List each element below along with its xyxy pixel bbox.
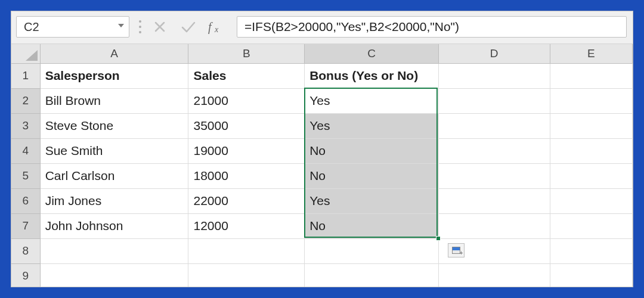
enter-button[interactable]	[179, 18, 197, 36]
cell-B1[interactable]: Sales	[188, 63, 305, 88]
cell-C6[interactable]: Yes	[305, 188, 439, 213]
cell-A4[interactable]: Sue Smith	[40, 138, 188, 163]
svg-text:f: f	[208, 20, 213, 34]
excel-window: C2 fx =IFS(B2>20000,"Yes",B2<20000,"No")	[11, 11, 633, 287]
row-header[interactable]: 6	[11, 188, 40, 213]
cell-A8[interactable]	[40, 238, 188, 263]
insert-function-button[interactable]: fx	[208, 18, 226, 36]
cell-B7[interactable]: 12000	[188, 213, 305, 238]
cell-A7[interactable]: John Johnson	[40, 213, 188, 238]
cell-E4[interactable]	[550, 138, 633, 163]
cell-C4[interactable]: No	[305, 138, 439, 163]
cell-A5[interactable]: Carl Carlson	[40, 163, 188, 188]
row-header[interactable]: 9	[11, 263, 40, 287]
formula-input[interactable]: =IFS(B2>20000,"Yes",B2<20000,"No")	[237, 16, 627, 38]
cell-D9[interactable]	[438, 263, 550, 287]
cell-A1[interactable]: Salesperson	[40, 63, 188, 88]
cell-D5[interactable]	[438, 163, 550, 188]
cell-A2[interactable]: Bill Brown	[40, 88, 188, 113]
cell-A9[interactable]	[40, 263, 188, 287]
cancel-button[interactable]	[151, 18, 169, 36]
autofill-options-button[interactable]: +	[448, 243, 465, 257]
cell-C5[interactable]: No	[305, 163, 439, 188]
formula-bar: C2 fx =IFS(B2>20000,"Yes",B2<20000,"No")	[11, 11, 633, 44]
cell-E7[interactable]	[550, 213, 633, 238]
resize-grip[interactable]	[137, 20, 144, 33]
cell-E9[interactable]	[550, 263, 633, 287]
row-header[interactable]: 4	[11, 138, 40, 163]
cell-D4[interactable]	[438, 138, 550, 163]
row-header[interactable]: 3	[11, 113, 40, 138]
cell-D1[interactable]	[438, 63, 550, 88]
worksheet[interactable]: A B C D E 1 Salesperson Sales Bonus (Yes…	[11, 44, 633, 287]
cell-B4[interactable]: 19000	[188, 138, 305, 163]
cell-B9[interactable]	[188, 263, 305, 287]
cell-B8[interactable]	[188, 238, 305, 263]
row-header[interactable]: 1	[11, 63, 40, 88]
cell-D3[interactable]	[438, 113, 550, 138]
cell-E6[interactable]	[550, 188, 633, 213]
chevron-down-icon	[118, 24, 124, 30]
name-box[interactable]: C2	[16, 16, 129, 38]
cell-E3[interactable]	[550, 113, 633, 138]
cell-C3[interactable]: Yes	[305, 113, 439, 138]
row-header[interactable]: 7	[11, 213, 40, 238]
cell-D7[interactable]	[438, 213, 550, 238]
row-header[interactable]: 5	[11, 163, 40, 188]
column-header-E[interactable]: E	[550, 44, 633, 63]
name-box-value: C2	[24, 20, 39, 34]
formula-buttons: fx	[151, 18, 230, 36]
cell-C7[interactable]: No	[305, 213, 439, 238]
cell-E5[interactable]	[550, 163, 633, 188]
cell-A6[interactable]: Jim Jones	[40, 188, 188, 213]
cell-C2[interactable]: Yes	[305, 88, 439, 113]
cell-B2[interactable]: 21000	[188, 88, 305, 113]
cell-C8[interactable]	[305, 238, 439, 263]
cell-D2[interactable]	[438, 88, 550, 113]
cell-B5[interactable]: 18000	[188, 163, 305, 188]
cell-D6[interactable]	[438, 188, 550, 213]
row-header[interactable]: 2	[11, 88, 40, 113]
column-header-C[interactable]: C	[305, 44, 439, 63]
cell-B6[interactable]: 22000	[188, 188, 305, 213]
cell-E2[interactable]	[550, 88, 633, 113]
cell-E1[interactable]	[550, 63, 633, 88]
fill-handle[interactable]	[436, 236, 441, 241]
column-header-D[interactable]: D	[438, 44, 550, 63]
column-header-B[interactable]: B	[188, 44, 305, 63]
cell-B3[interactable]: 35000	[188, 113, 305, 138]
cell-C1[interactable]: Bonus (Yes or No)	[305, 63, 439, 88]
column-header-A[interactable]: A	[40, 44, 188, 63]
cell-C9[interactable]	[305, 263, 439, 287]
svg-text:x: x	[214, 25, 219, 34]
plus-icon: +	[460, 250, 463, 256]
formula-text: =IFS(B2>20000,"Yes",B2<20000,"No")	[244, 20, 459, 34]
cell-A3[interactable]: Steve Stone	[40, 113, 188, 138]
cell-E8[interactable]	[550, 238, 633, 263]
row-header[interactable]: 8	[11, 238, 40, 263]
select-all-corner[interactable]	[11, 44, 40, 63]
